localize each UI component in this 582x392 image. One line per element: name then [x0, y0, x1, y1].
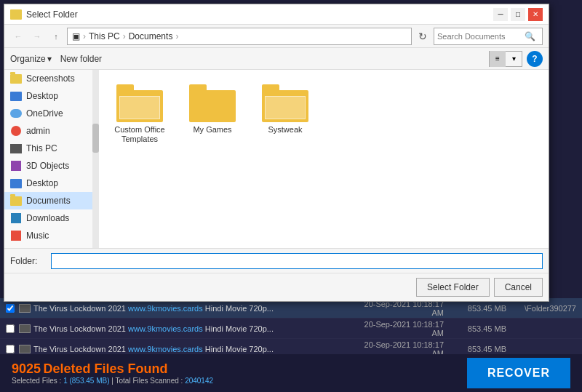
file-size-3: 853.45 MB	[455, 345, 506, 353]
folder-label-1: Custom Office Templates	[113, 125, 166, 144]
selected-label: Selected Files :	[12, 377, 61, 385]
file-loc-1: \Folder390277	[518, 304, 576, 313]
toolbar: Organize ▾ New folder ≡ ▾ ?	[4, 48, 549, 70]
selected-value: 1 (853.45 MB)	[63, 377, 109, 385]
bottom-sub: Selected Files : 1 (853.45 MB) | Total F…	[12, 377, 213, 385]
sidebar-label-onedrive: OneDrive	[26, 108, 63, 119]
organize-label: Organize	[10, 54, 46, 64]
sidebar: Screenshots Desktop OneDrive admin This …	[4, 70, 99, 248]
sidebar-scroll-thumb[interactable]	[92, 124, 99, 153]
sidebar-item-desktop[interactable]: Desktop	[4, 87, 98, 105]
desktop2-icon	[10, 178, 22, 188]
file-row[interactable]: The Virus Lockdown 2021 www.9kmovies.car…	[0, 319, 582, 339]
select-folder-button[interactable]: Select Folder	[416, 278, 490, 297]
deleted-files-heading: 9025 Deleted Files Found	[12, 361, 213, 377]
breadcrumb-pc[interactable]: This PC	[89, 31, 120, 41]
sidebar-label-3dobjects: 3D Objects	[26, 161, 69, 171]
folder-input-bar: Folder:	[4, 248, 549, 273]
3d-icon	[10, 161, 22, 171]
view-dropdown-button[interactable]: ▾	[506, 51, 522, 67]
desktop-icon	[10, 91, 22, 101]
organize-button[interactable]: Organize ▾	[10, 54, 52, 64]
folder-icon	[10, 73, 22, 84]
dialog-folder-icon	[10, 9, 22, 20]
select-folder-dialog: Select Folder ─ □ ✕ ← → ↑ ▣ › This PC › …	[4, 4, 549, 302]
new-folder-button[interactable]: New folder	[60, 54, 102, 64]
sidebar-item-admin[interactable]: admin	[4, 122, 98, 140]
folder-body-1	[116, 90, 163, 122]
file-date-2: 20-Sep-2021 10:18:17 AM	[356, 320, 444, 337]
refresh-button[interactable]: ↻	[415, 28, 431, 44]
folder-custom-office[interactable]: Custom Office Templates	[111, 81, 169, 147]
recover-button[interactable]: RECOVER	[467, 358, 570, 388]
folder-big-icon-1	[116, 84, 163, 122]
maximize-button[interactable]: □	[511, 8, 525, 21]
folder-label-2: My Games	[193, 125, 231, 135]
file-name-2: The Virus Lockdown 2021 www.9kmovies.car…	[33, 324, 356, 333]
sidebar-item-downloads[interactable]: Downloads	[4, 209, 98, 227]
breadcrumb-docs[interactable]: Documents	[129, 31, 173, 41]
deleted-label: Deleted Files Found	[43, 361, 167, 376]
folder-overlay-3	[265, 96, 306, 119]
folder-label-3: Systweak	[268, 125, 302, 135]
help-button[interactable]: ?	[527, 51, 543, 67]
documents-icon	[10, 196, 22, 206]
address-bar: ← → ↑ ▣ › This PC › Documents › ↻ 🔍	[4, 25, 549, 48]
search-box: 🔍	[434, 28, 543, 45]
folder-my-games[interactable]: My Games	[183, 81, 242, 137]
sidebar-label-documents: Documents	[26, 196, 71, 206]
file-size-1: 853.45 MB	[455, 304, 506, 313]
file-list: The Virus Lockdown 2021 www.9kmovies.car…	[0, 298, 582, 359]
file-icon	[19, 324, 31, 333]
deleted-count: 9025	[12, 361, 41, 376]
close-button[interactable]: ✕	[528, 8, 543, 21]
sidebar-item-screenshots[interactable]: Screenshots	[4, 70, 98, 87]
folder-big-icon-3	[262, 84, 308, 122]
breadcrumb-home-icon: ▣	[72, 31, 80, 41]
sidebar-item-desktop2[interactable]: Desktop	[4, 175, 98, 192]
folder-systweak[interactable]: Systweak	[256, 81, 314, 137]
total-value: 2040142	[185, 377, 213, 385]
file-checkbox-2[interactable]	[6, 324, 15, 333]
view-list-button[interactable]: ≡	[490, 51, 506, 67]
sidebar-scroll-track	[92, 70, 99, 248]
total-label: | Total Files Scanned :	[111, 377, 183, 385]
search-icon: 🔍	[525, 31, 535, 41]
pc-icon	[10, 143, 22, 153]
user-icon	[10, 126, 22, 136]
sidebar-item-pictures[interactable]: Pictures	[4, 244, 98, 248]
view-toggle: ≡ ▾	[489, 51, 522, 67]
address-breadcrumb[interactable]: ▣ › This PC › Documents ›	[67, 28, 412, 45]
sidebar-item-3dobjects[interactable]: 3D Objects	[4, 157, 98, 175]
sidebar-item-thispc[interactable]: This PC	[4, 140, 98, 157]
cloud-icon	[10, 108, 22, 119]
folder-big-icon-2	[189, 84, 236, 122]
sidebar-label-desktop: Desktop	[26, 91, 58, 101]
dialog-controls: ─ □ ✕	[493, 8, 543, 21]
bottom-left: 9025 Deleted Files Found Selected Files …	[12, 361, 213, 385]
sidebar-item-documents[interactable]: Documents	[4, 192, 98, 209]
sidebar-label-admin: admin	[26, 126, 50, 136]
sidebar-label-desktop2: Desktop	[26, 178, 58, 188]
minimize-button[interactable]: ─	[493, 8, 508, 21]
breadcrumb-sep3: ›	[175, 31, 178, 41]
music-icon	[10, 231, 22, 241]
sidebar-item-onedrive[interactable]: OneDrive	[4, 105, 98, 122]
forward-button[interactable]: →	[29, 28, 45, 44]
cancel-button[interactable]: Cancel	[494, 278, 543, 297]
search-input[interactable]	[437, 32, 525, 41]
folder-label-text: Folder:	[10, 256, 47, 266]
file-date-1: 20-Sep-2021 10:18:17 AM	[356, 300, 444, 317]
up-button[interactable]: ↑	[48, 28, 64, 44]
sidebar-item-music[interactable]: Music	[4, 227, 98, 244]
bottom-bar: 9025 Deleted Files Found Selected Files …	[0, 354, 582, 392]
file-icon	[19, 345, 31, 353]
toolbar-right: ≡ ▾ ?	[489, 51, 543, 67]
file-checkbox-1[interactable]	[6, 304, 15, 313]
dialog-actions: Select Folder Cancel	[4, 273, 549, 301]
file-area[interactable]: Custom Office Templates My Games Systwea…	[99, 70, 549, 248]
file-checkbox-3[interactable]	[6, 345, 15, 353]
back-button[interactable]: ←	[10, 28, 26, 44]
downloads-icon	[10, 213, 22, 223]
folder-input[interactable]	[51, 253, 543, 269]
